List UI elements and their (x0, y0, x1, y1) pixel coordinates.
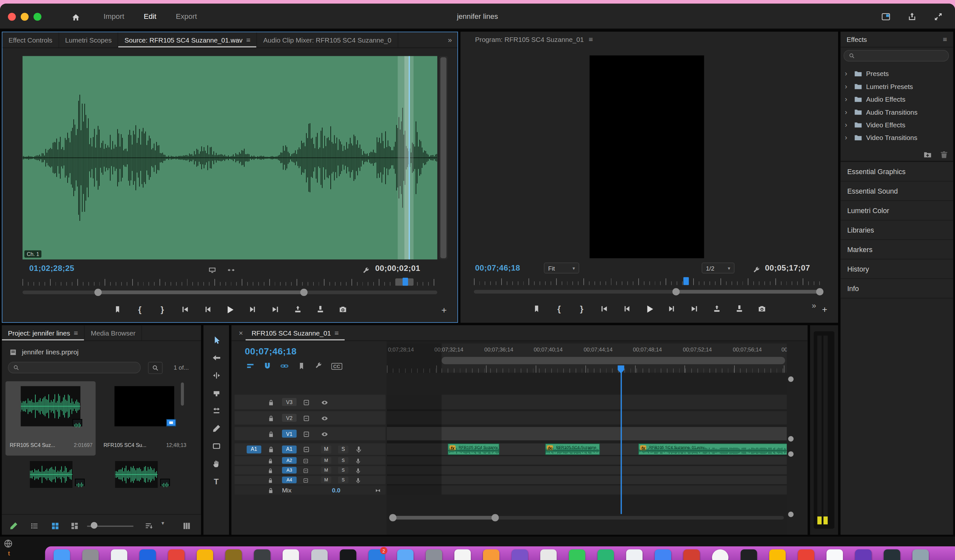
sort-icon[interactable] (144, 520, 153, 531)
close-window-button[interactable] (8, 13, 16, 20)
project-scrollbar[interactable] (181, 383, 184, 406)
track-header-a4[interactable]: A4 M S (235, 476, 385, 484)
add-marker-icon[interactable] (297, 362, 306, 370)
track-output-eye-icon[interactable] (321, 412, 329, 423)
freeform-view-button[interactable] (70, 520, 79, 531)
ripple-edit-tool[interactable] (207, 368, 225, 383)
linked-selection-icon[interactable] (280, 362, 289, 370)
project-file-name[interactable]: jennifer lines.prproj (22, 349, 78, 356)
scroll-handle-left[interactable] (389, 514, 397, 522)
lift-button[interactable] (708, 301, 726, 317)
program-video-frame[interactable] (590, 56, 704, 258)
dock-app-icon[interactable] (139, 549, 156, 560)
audio-meters-panel[interactable] (810, 325, 838, 535)
dock-app-icon[interactable] (655, 549, 672, 560)
globe-icon[interactable] (3, 538, 13, 549)
panel-tab-lumetri-color[interactable]: Lumetri Color (841, 201, 953, 221)
extract-button[interactable] (731, 301, 748, 317)
source-zoom-scrollbar[interactable] (22, 289, 437, 296)
scroll-handle-right[interactable] (492, 514, 499, 522)
audio-clip-3[interactable]: fx RFR105 SC4 Suzanne_01.wav (638, 443, 787, 455)
button-editor-plus[interactable]: + (437, 302, 451, 317)
project-item-sequence[interactable]: RFR105 SC4 Su...12;48;13 (99, 381, 190, 456)
hand-tool[interactable] (207, 456, 225, 471)
program-panel-title[interactable]: Program: RFR105 SC4 Suzanne_01 (475, 36, 584, 44)
project-item-audio-clip[interactable] (115, 461, 158, 488)
program-mini-ruler[interactable] (474, 277, 822, 285)
dock-app-icon[interactable] (340, 549, 356, 560)
tab-edit[interactable]: Edit (144, 13, 157, 21)
track-target-a3[interactable]: A3 (282, 467, 297, 474)
track-header-v3[interactable]: V3 (235, 395, 385, 409)
track-target-a4[interactable]: A4 (282, 477, 297, 483)
voiceover-mic-icon[interactable] (355, 475, 361, 486)
track-select-tool[interactable] (207, 350, 225, 365)
track-target-v1[interactable]: V1 (282, 430, 297, 438)
effects-tree-item-audio-transitions[interactable]: ›Audio Transitions (841, 105, 953, 118)
panel-menu-icon[interactable]: ≡ (589, 35, 593, 44)
track-header-a3[interactable]: A3 M S (235, 466, 385, 474)
goto-in-button[interactable] (596, 301, 613, 317)
dock-app-icon[interactable] (683, 549, 700, 560)
export-frame-button[interactable] (753, 301, 770, 317)
program-zoom-scrollbar[interactable] (474, 288, 822, 296)
tab-effect-controls[interactable]: Effect Controls (3, 32, 59, 47)
panel-menu-icon[interactable]: ≡ (246, 36, 250, 44)
zoom-handle-right[interactable] (816, 288, 824, 296)
vertical-zoom-handle[interactable] (788, 512, 794, 517)
zoom-thumb[interactable] (676, 290, 821, 294)
minimize-window-button[interactable] (21, 13, 28, 20)
zoom-fit-icon[interactable] (227, 264, 235, 275)
zoom-handle-left[interactable] (672, 288, 680, 296)
track-target-v3[interactable]: V3 (282, 398, 297, 406)
timeline-horizontal-scrollbar[interactable] (389, 514, 784, 522)
insert-button[interactable] (289, 302, 306, 318)
voiceover-mic-icon[interactable] (355, 465, 361, 476)
panel-tab-essential-graphics[interactable]: Essential Graphics (841, 162, 953, 181)
timeline-ruler[interactable]: 0;07;28;14 00;07;32;14 00;07;36;14 00;07… (387, 344, 787, 373)
play-button[interactable] (641, 301, 658, 317)
panel-menu-icon[interactable]: ≡ (74, 329, 78, 337)
solo-button[interactable]: S (338, 477, 349, 483)
dock-app-icon[interactable] (197, 549, 213, 560)
effects-search[interactable] (844, 50, 949, 62)
work-area-bar[interactable] (441, 357, 785, 364)
dock-app-icon[interactable] (254, 549, 271, 560)
settings-wrench-icon[interactable] (752, 264, 761, 275)
dock-app-icon[interactable] (111, 549, 127, 560)
source-patch-a1[interactable]: A1 (247, 445, 261, 453)
scrollbar-thumb[interactable] (440, 57, 447, 258)
chevron-right-icon[interactable]: › (845, 108, 850, 116)
source-mini-ruler[interactable] (22, 277, 437, 286)
solo-button[interactable]: S (338, 445, 349, 453)
effects-tree-item-presets[interactable]: ›Presets (841, 67, 953, 80)
zoom-window-button[interactable] (33, 13, 41, 20)
chevron-right-icon[interactable]: › (845, 134, 850, 141)
dock-app-icon[interactable] (884, 549, 900, 560)
dock-app-icon[interactable] (913, 549, 929, 560)
more-tabs-icon[interactable]: » (442, 32, 457, 47)
zoom-handle-left[interactable] (94, 289, 102, 296)
chevron-right-icon[interactable]: › (845, 121, 850, 128)
dock-app-icon[interactable] (311, 549, 328, 560)
dock-app-icon[interactable] (483, 549, 499, 560)
voiceover-mic-icon[interactable] (355, 444, 363, 455)
track-header-a2[interactable]: A2 M S (235, 456, 385, 465)
new-item-icon[interactable] (182, 520, 191, 531)
edit-pencil-icon[interactable] (9, 520, 18, 531)
track-header-a1[interactable]: A1 A1 M S (235, 443, 385, 455)
solo-button[interactable]: S (338, 457, 349, 464)
delete-bin-icon[interactable] (940, 149, 948, 160)
selection-tool[interactable] (207, 333, 225, 348)
project-item-audio-clip[interactable]: RFR105 SC4 Suz...2:01697 (6, 381, 96, 456)
dock-app-icon[interactable] (283, 549, 299, 560)
panel-tab-history[interactable]: History (841, 260, 953, 279)
tab-export[interactable]: Export (176, 13, 197, 21)
type-tool[interactable]: T (207, 474, 225, 489)
dock-app-icon[interactable]: 2 (368, 549, 385, 560)
mark-out-button[interactable]: } (153, 302, 171, 318)
dock-app-icon[interactable] (798, 549, 814, 560)
dock-app-icon[interactable] (82, 549, 99, 560)
captions-icon[interactable]: CC (331, 363, 342, 370)
track-target-a1[interactable]: A1 (282, 445, 297, 453)
